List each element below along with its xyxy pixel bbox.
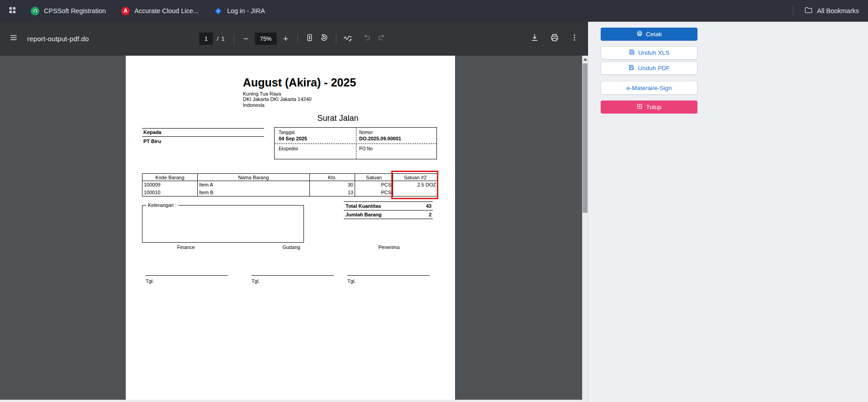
- rotate-icon: [319, 33, 328, 44]
- cell-kode: 100010: [142, 189, 198, 196]
- company-address: Kuning Tua Raya DKI Jakarta DKI Jakarta …: [243, 91, 312, 108]
- report-title: August (Akira) - 2025: [243, 76, 356, 89]
- bookmark-label: CPSSoft Registration: [44, 7, 106, 14]
- print-icon: [550, 33, 559, 44]
- zoom-out-button[interactable]: −: [238, 32, 253, 46]
- bookmark-accurate[interactable]: A Accurate Cloud Lice...: [121, 7, 199, 15]
- scrollbar-up-button[interactable]: [582, 56, 588, 62]
- scrollbar-thumb[interactable]: [583, 63, 588, 213]
- address-line: Indonesia: [243, 102, 312, 108]
- signature-line: [146, 275, 228, 276]
- panel-buttons: Cetak Unduh XLS Unduh: [588, 22, 868, 114]
- nomor-value: DO.2025.09.00001: [359, 136, 401, 141]
- print-button[interactable]: [547, 32, 562, 46]
- toolbar-right-group: [527, 32, 582, 46]
- table-row: 100010 Item B 13 PCS: [142, 189, 438, 196]
- kepada-value: PT Biru: [143, 139, 161, 144]
- e-materai-button[interactable]: e-Materai/e-Sign: [601, 81, 697, 95]
- items-table: Kode Barang Nama Barang Kts. Satuan Satu…: [142, 173, 438, 196]
- signature-label-penerima: Penerima: [362, 244, 416, 250]
- pdf-page: August (Akira) - 2025 Kuning Tua Raya DK…: [126, 56, 455, 402]
- page-count: / 1: [217, 35, 225, 42]
- pdf-toolbar: report-output-pdf.do 1 / 1 − 75% +: [0, 22, 588, 56]
- undo-icon: [362, 33, 371, 44]
- menu-button[interactable]: [6, 32, 21, 46]
- bookmark-jira[interactable]: Log in - JIRA: [214, 7, 265, 15]
- page-slash: /: [217, 35, 219, 42]
- download-icon: [530, 33, 539, 44]
- unduh-pdf-button[interactable]: Unduh PDF: [601, 62, 697, 75]
- jumlah-barang-label: Jumlah Barang: [346, 212, 381, 217]
- cell-kts: 30: [310, 181, 355, 189]
- zoom-in-button[interactable]: +: [278, 32, 293, 46]
- disk-icon: [629, 49, 635, 57]
- bookmarks-bar: CPSSoft Registration A Accurate Cloud Li…: [0, 0, 868, 22]
- hamburger-icon: [9, 33, 18, 44]
- signature-line: [251, 275, 334, 276]
- more-options-button[interactable]: [567, 32, 582, 46]
- kepada-label: Kepada: [143, 129, 161, 135]
- kepada-rule: [142, 136, 264, 137]
- page-total: 1: [221, 35, 224, 42]
- total-kuantitas-value: 43: [426, 203, 432, 209]
- vertical-scrollbar[interactable]: [582, 56, 588, 402]
- rotate-button[interactable]: [317, 32, 331, 46]
- annotate-button[interactable]: [341, 32, 355, 46]
- signature-label-finance: Finance: [159, 244, 213, 250]
- printer-icon: [636, 30, 643, 38]
- signature-label-gudang: Gudang: [264, 244, 318, 250]
- tgl-label: Tgl.: [146, 278, 154, 284]
- scroll-up-icon: [583, 58, 587, 61]
- zoom-in-icon: +: [283, 34, 288, 44]
- page-number-input[interactable]: 1: [199, 33, 213, 45]
- apps-grid-button[interactable]: [5, 4, 19, 18]
- tutup-label: Tutup: [646, 104, 661, 110]
- cell-kode: 100009: [142, 181, 198, 189]
- unduh-xls-label: Unduh XLS: [638, 49, 669, 56]
- cell-nama: Item B: [198, 189, 310, 196]
- po-no-label: PO No: [359, 146, 373, 151]
- download-button[interactable]: [527, 32, 542, 46]
- table-row: 100009 Item A 30 PCS 2.5 DOZ: [142, 181, 438, 189]
- cpssoft-favicon-icon: [31, 7, 39, 15]
- apps-grid-icon: [8, 6, 17, 16]
- bookmarks-divider: [793, 5, 793, 16]
- all-bookmarks-button[interactable]: All Bookmarks: [804, 6, 859, 16]
- document-type-title: Surat Jalan: [306, 114, 370, 123]
- fit-page-button[interactable]: [302, 32, 317, 46]
- cetak-label: Cetak: [646, 31, 662, 38]
- tgl-label: Tgl.: [251, 278, 260, 284]
- bookmarks-left-group: CPSSoft Registration A Accurate Cloud Li…: [0, 4, 280, 18]
- tanggal-label: Tanggal: [279, 130, 294, 135]
- pen-icon: [343, 33, 353, 45]
- pdf-viewer: report-output-pdf.do 1 / 1 − 75% +: [0, 22, 588, 402]
- pdf-canvas: August (Akira) - 2025 Kuning Tua Raya DK…: [0, 56, 582, 402]
- kebab-icon: [570, 34, 579, 44]
- redo-button: [374, 32, 389, 46]
- unduh-pdf-label: Unduh PDF: [638, 65, 670, 72]
- fit-page-icon: [305, 33, 314, 44]
- bookmark-label: Accurate Cloud Lice...: [134, 7, 199, 14]
- total-kuantitas-label: Total Kuantitas: [346, 203, 381, 209]
- unduh-xls-button[interactable]: Unduh XLS: [601, 46, 697, 59]
- cell-nama: Item A: [198, 181, 310, 189]
- address-line: Kuning Tua Raya: [243, 91, 312, 96]
- all-bookmarks-label: All Bookmarks: [817, 7, 859, 14]
- col-header-satuan-2: Satuan #2: [393, 174, 438, 181]
- disk-icon: [628, 64, 635, 72]
- total-kuantitas-row: Total Kuantitas 43: [344, 202, 433, 211]
- table-header-row: Kode Barang Nama Barang Kts. Satuan Satu…: [142, 174, 438, 181]
- folder-icon: [804, 6, 813, 16]
- horizontal-scrollbar[interactable]: [0, 400, 582, 402]
- cell-satuan-2: 2.5 DOZ: [393, 181, 438, 189]
- jumlah-barang-row: Jumlah Barang 2: [344, 211, 433, 219]
- bookmark-cpssoft[interactable]: CPSSoft Registration: [31, 7, 106, 15]
- screen: CPSSoft Registration A Accurate Cloud Li…: [0, 0, 868, 402]
- tutup-button[interactable]: Tutup: [601, 100, 697, 114]
- col-header-satuan: Satuan: [355, 174, 393, 181]
- zoom-level: 75%: [255, 33, 276, 45]
- signature-line: [347, 275, 430, 276]
- cetak-button[interactable]: Cetak: [601, 28, 697, 41]
- tanggal-value: 04 Sep 2025: [279, 136, 307, 141]
- close-box-icon: [636, 103, 643, 111]
